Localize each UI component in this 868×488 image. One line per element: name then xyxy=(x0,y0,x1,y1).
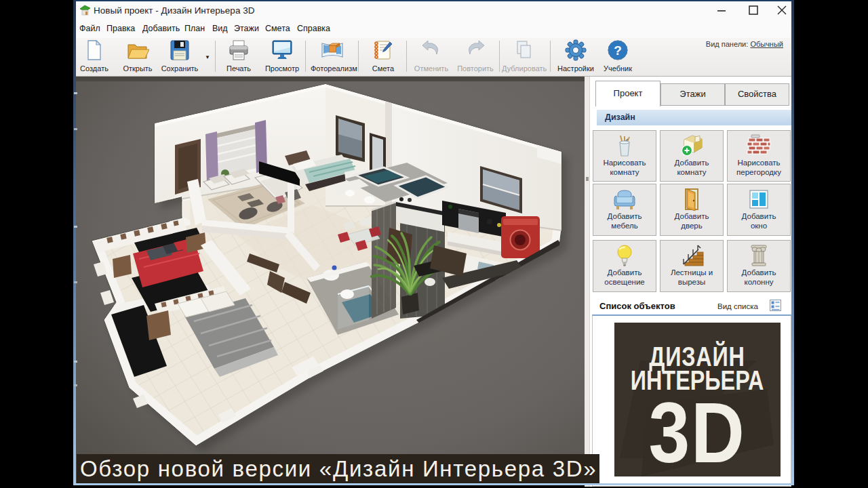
svg-text:?: ? xyxy=(614,43,622,58)
svg-text:3D: 3D xyxy=(648,384,745,476)
